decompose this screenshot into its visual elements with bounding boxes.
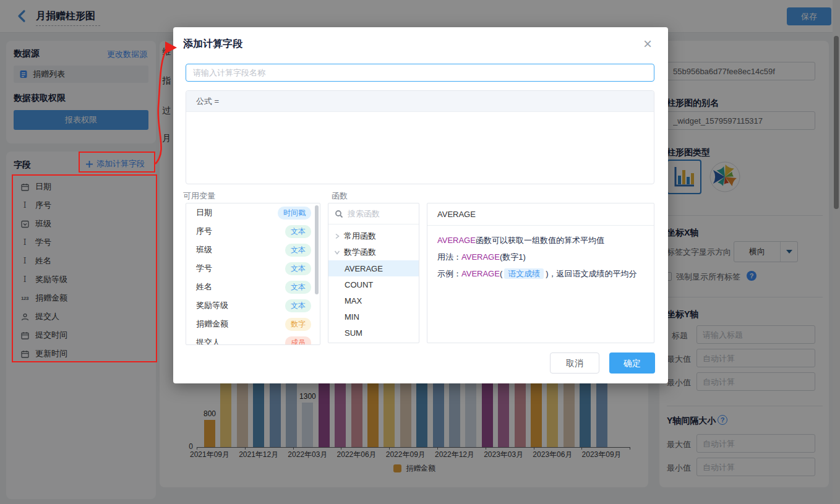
annotation-arrow (148, 25, 186, 173)
function-tree: 常用函数数学函数AVERAGECOUNTMAXMINSUM (328, 224, 419, 341)
formula-prefix: 公式 = (186, 91, 654, 112)
function-item[interactable]: MAX (328, 293, 419, 309)
app-window: 月捐赠柱形图 保存 数据源 更改数据源 捐赠列表 数据获取权限 报表权限 字段 … (0, 0, 840, 504)
variable-name: 奖励等级 (196, 300, 285, 311)
chevron-down-icon (333, 249, 341, 256)
variable-type-badge: 文本 (285, 262, 311, 275)
confirm-button[interactable]: 确定 (609, 352, 655, 374)
function-group[interactable]: 数学函数 (328, 244, 419, 260)
function-doc-body: AVERAGE函数可以获取一组数值的算术平均值 用法：AVERAGE(数字1) … (427, 226, 654, 288)
function-item[interactable]: COUNT (328, 276, 419, 293)
variable-name: 序号 (196, 226, 285, 237)
variables-list: 日期时间戳序号文本班级文本学号文本姓名文本奖励等级文本捐赠金额数字提交人成员 (186, 203, 320, 345)
variable-name: 学号 (196, 263, 285, 274)
variables-heading: 可用变量 (183, 190, 215, 202)
variable-item[interactable]: 学号文本 (186, 259, 320, 278)
functions-heading: 函数 (332, 190, 348, 202)
variables-scrollbar-thumb[interactable] (315, 205, 319, 294)
function-item[interactable]: SUM (328, 325, 419, 341)
variable-type-badge: 文本 (285, 244, 311, 257)
variable-item[interactable]: 序号文本 (186, 222, 320, 241)
chevron-right-icon (333, 233, 341, 240)
formula-editor[interactable]: 公式 = (186, 90, 654, 184)
variable-type-badge: 文本 (285, 299, 311, 312)
function-item[interactable]: MIN (328, 309, 419, 325)
doc-line-1: AVERAGE函数可以获取一组数值的算术平均值 (437, 232, 644, 249)
field-pill[interactable]: 语文成绩 (504, 268, 544, 279)
variable-item[interactable]: 捐赠金额数字 (186, 315, 320, 333)
variable-name: 捐赠金额 (196, 318, 285, 330)
function-group[interactable]: 常用函数 (328, 228, 419, 244)
doc-line-3: 示例：AVERAGE(语文成绩)，返回语文成绩的平均分 (437, 265, 644, 282)
variable-item[interactable]: 奖励等级文本 (186, 296, 320, 315)
variable-item[interactable]: 提交人成员 (186, 333, 320, 345)
variable-name: 姓名 (196, 281, 285, 293)
variable-type-badge: 文本 (285, 225, 311, 238)
variable-type-badge: 成员 (285, 336, 311, 346)
variable-type-badge: 时间戳 (278, 207, 311, 220)
function-search-placeholder: 搜索函数 (348, 208, 380, 220)
function-group-label: 数学函数 (344, 247, 376, 258)
annotation-box-add-calc (79, 152, 155, 173)
calc-field-name-input[interactable] (186, 64, 654, 82)
functions-panel: 搜索函数 常用函数数学函数AVERAGECOUNTMAXMINSUM (328, 203, 419, 343)
dialog-title: 添加计算字段 (183, 38, 242, 51)
variable-item[interactable]: 姓名文本 (186, 278, 320, 296)
variable-name: 提交人 (196, 337, 285, 345)
close-icon[interactable]: × (638, 35, 657, 53)
search-icon (335, 210, 343, 218)
variable-type-badge: 文本 (285, 281, 311, 294)
variable-name: 日期 (196, 207, 278, 218)
variable-item[interactable]: 班级文本 (186, 241, 320, 259)
function-search[interactable]: 搜索函数 (328, 203, 419, 224)
annotation-box-field-list (12, 174, 157, 362)
cancel-button[interactable]: 取消 (550, 352, 599, 374)
function-doc-panel: AVERAGE AVERAGE函数可以获取一组数值的算术平均值 用法：AVERA… (427, 203, 654, 343)
add-calc-field-dialog: 添加计算字段 × 公式 = 可用变量 函数 日期时间戳序号文本班级文本学号文本姓… (173, 27, 668, 383)
function-group-label: 常用函数 (344, 231, 376, 242)
variable-item[interactable]: 日期时间戳 (186, 203, 320, 222)
function-item[interactable]: AVERAGE (328, 260, 419, 276)
doc-line-2: 用法：AVERAGE(数字1) (437, 249, 644, 265)
function-doc-title: AVERAGE (427, 203, 654, 226)
variable-name: 班级 (196, 244, 285, 255)
variable-type-badge: 数字 (285, 318, 311, 331)
